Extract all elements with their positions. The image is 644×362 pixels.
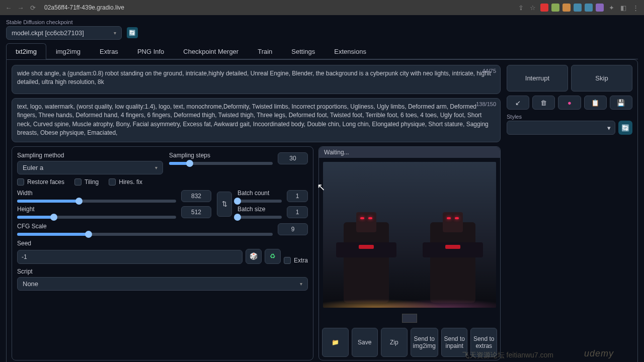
prompt-input[interactable]: wide shot angle, a (gundam:0.8) robot st… xyxy=(12,65,501,94)
open-folder-button[interactable]: 📁 xyxy=(322,328,349,357)
checkpoint-select[interactable]: model.ckpt [cc6cb27103] ▾ xyxy=(6,26,122,40)
chevron-down-icon: ▾ xyxy=(114,30,116,36)
script-label: Script xyxy=(17,268,308,275)
clear-prompt-button[interactable]: 🗑 xyxy=(532,96,555,110)
reuse-seed-button[interactable]: ♻ xyxy=(265,249,281,264)
chevron-down-icon: ▾ xyxy=(607,124,611,132)
tab-pnginfo[interactable]: PNG Info xyxy=(128,43,174,59)
zip-button[interactable]: Zip xyxy=(381,328,408,357)
tab-extensions[interactable]: Extensions xyxy=(325,43,376,59)
styles-label: Styles xyxy=(507,114,632,120)
menu-icon[interactable]: ⋮ xyxy=(631,3,640,12)
ext-icon[interactable] xyxy=(551,4,559,12)
sampling-steps-label: Sampling steps xyxy=(169,152,273,159)
back-icon[interactable]: ← xyxy=(4,3,13,12)
preview-image[interactable] xyxy=(323,162,496,308)
batch-size-label: Batch size xyxy=(237,206,282,213)
ext-icon[interactable] xyxy=(574,4,582,12)
url-display[interactable]: 02a56ff4-71ff-439e.gradio.live xyxy=(44,4,124,11)
tab-txt2img[interactable]: txt2img xyxy=(6,43,46,59)
ext-icon[interactable] xyxy=(585,4,593,12)
negative-prompt-input[interactable]: text, logo, watermark, (worst quality, l… xyxy=(12,98,501,142)
tiling-checkbox[interactable]: Tiling xyxy=(74,178,99,186)
refresh-checkpoint-button[interactable]: 🔄 xyxy=(127,27,138,38)
width-value[interactable]: 832 xyxy=(181,190,211,202)
sampling-steps-value[interactable]: 30 xyxy=(278,152,308,164)
apply-style-button[interactable]: 🔄 xyxy=(618,121,632,135)
batch-size-slider[interactable] xyxy=(237,216,282,219)
chevron-down-icon: ▾ xyxy=(155,165,157,170)
seed-label: Seed xyxy=(17,240,308,247)
batch-count-slider[interactable] xyxy=(237,200,282,203)
tab-checkpoint-merger[interactable]: Checkpoint Merger xyxy=(174,43,248,59)
batch-size-value[interactable]: 1 xyxy=(287,206,308,218)
ext-icon[interactable] xyxy=(562,4,571,12)
extensions-icon[interactable]: ✦ xyxy=(607,3,616,12)
batch-count-label: Batch count xyxy=(237,190,282,197)
clipboard-button[interactable]: 📋 xyxy=(584,96,607,110)
share-icon[interactable]: ⇪ xyxy=(516,3,525,12)
negative-token-count: 138/150 xyxy=(476,101,496,109)
watermark: 飞天资源论坛 feitianwu7.com xyxy=(462,351,553,360)
seed-input[interactable]: -1 xyxy=(17,250,243,264)
gallery-thumbnail[interactable] xyxy=(402,314,417,323)
watermark: udemy xyxy=(584,348,614,359)
tab-train[interactable]: Train xyxy=(248,43,282,59)
extra-checkbox[interactable]: Extra xyxy=(284,257,308,264)
styles-select[interactable]: ▾ xyxy=(507,121,615,135)
save-style-button[interactable]: 💾 xyxy=(610,96,632,110)
ext-icon[interactable] xyxy=(596,4,604,12)
send-to-img2img-button[interactable]: Send to img2img xyxy=(411,328,438,357)
skip-button[interactable]: Skip xyxy=(571,65,632,92)
preview-status: Waiting... xyxy=(319,147,500,158)
cfg-slider[interactable] xyxy=(17,233,273,236)
tab-settings[interactable]: Settings xyxy=(282,43,325,59)
panel-icon[interactable]: ◧ xyxy=(619,3,628,12)
width-label: Width xyxy=(17,190,176,197)
cfg-value[interactable]: 9 xyxy=(278,223,308,235)
interrupt-button[interactable]: Interrupt xyxy=(507,65,568,92)
batch-count-value[interactable]: 1 xyxy=(287,190,308,202)
save-button[interactable]: Save xyxy=(352,328,378,357)
random-seed-button[interactable]: 🎲 xyxy=(246,249,262,264)
height-label: Height xyxy=(17,206,176,213)
browser-toolbar: ← → ⟳ 02a56ff4-71ff-439e.gradio.live ⇪ ☆… xyxy=(0,0,644,15)
sampling-method-label: Sampling method xyxy=(17,152,163,159)
extra-networks-button[interactable]: ● xyxy=(558,96,581,110)
sampling-method-select[interactable]: Euler a ▾ xyxy=(17,161,163,174)
extension-icons: ⇪ ☆ ✦ ◧ ⋮ xyxy=(516,3,640,12)
checkpoint-value: model.ckpt [cc6cb27103] xyxy=(12,29,84,37)
star-icon[interactable]: ☆ xyxy=(528,3,537,12)
restore-faces-checkbox[interactable]: Restore faces xyxy=(17,178,64,186)
ext-icon[interactable] xyxy=(540,4,548,12)
width-slider[interactable] xyxy=(17,200,176,203)
height-value[interactable]: 512 xyxy=(181,206,211,218)
height-slider[interactable] xyxy=(17,216,176,219)
cfg-label: CFG Scale xyxy=(17,223,273,230)
reload-icon[interactable]: ⟳ xyxy=(28,3,37,12)
swap-dimensions-button[interactable]: ⇅ xyxy=(217,192,232,217)
hires-fix-checkbox[interactable]: Hires. fix xyxy=(109,178,142,186)
prompt-token-count: 44/75 xyxy=(482,67,496,75)
checkpoint-label: Stable Diffusion checkpoint xyxy=(6,19,122,25)
main-tabs: txt2img img2img Extras PNG Info Checkpoi… xyxy=(6,43,638,59)
forward-icon[interactable]: → xyxy=(16,3,25,12)
tab-extras[interactable]: Extras xyxy=(90,43,128,59)
chevron-down-icon: ▾ xyxy=(300,281,302,287)
tab-img2img[interactable]: img2img xyxy=(46,43,90,59)
arrow-button[interactable]: ↙ xyxy=(507,96,529,110)
sampling-steps-slider[interactable] xyxy=(169,162,273,165)
script-select[interactable]: None ▾ xyxy=(17,277,308,291)
